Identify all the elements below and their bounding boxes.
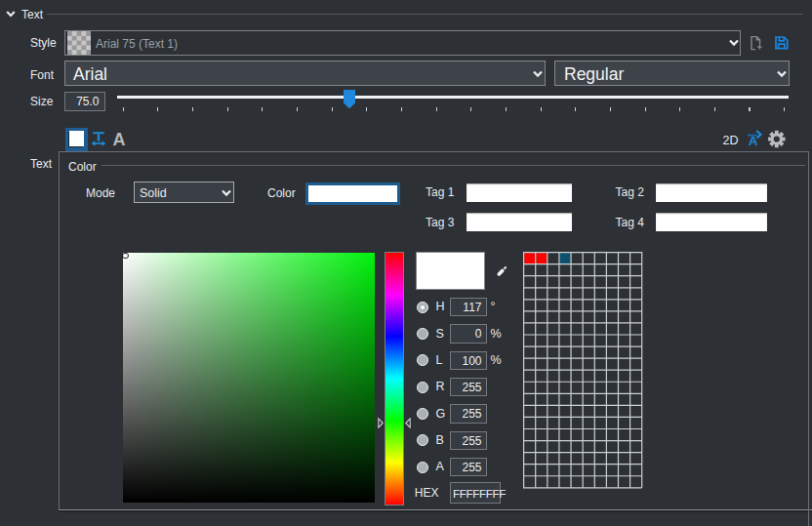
svg-text:A: A — [749, 134, 758, 148]
